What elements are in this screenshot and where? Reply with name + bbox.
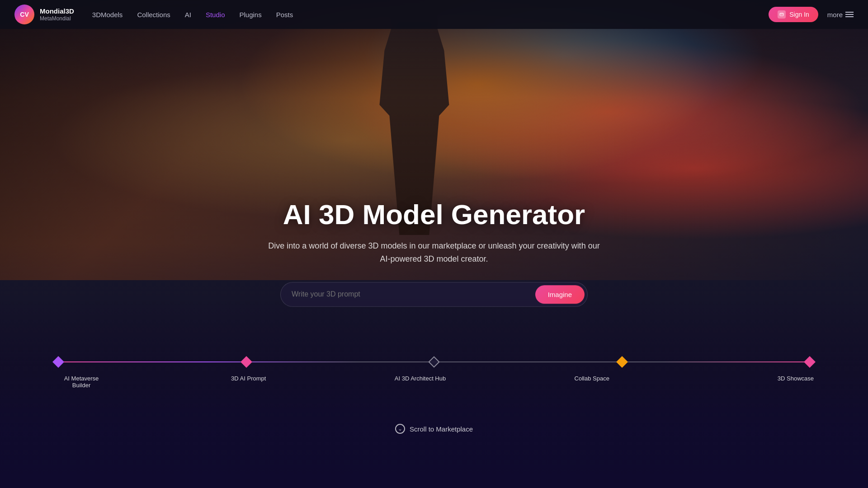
timeline-node-3[interactable] (618, 358, 626, 366)
timeline-label-4: 3D Showcase (760, 375, 814, 389)
imagine-button[interactable]: Imagine (535, 285, 585, 304)
signin-label: Sign In (789, 11, 809, 18)
signin-button[interactable]: Sign In (769, 7, 818, 22)
nav-right: Sign In more (769, 7, 854, 22)
brand-title: Mondial3D (40, 7, 74, 15)
timeline-label-2: AI 3D Architect Hub (389, 375, 452, 389)
nav-link-studio[interactable]: Studio (206, 11, 225, 19)
timeline-section: AI Metaverse Builder 3D AI Prompt AI 3D … (0, 358, 868, 389)
signin-icon (778, 10, 786, 19)
navbar: CV Mondial3D MetaMondial 3DModels Collec… (0, 0, 868, 29)
node-dot-1 (241, 356, 252, 367)
node-dot-4 (804, 356, 815, 367)
timeline-label-3: Collab Space (560, 375, 623, 389)
hero-subtitle: Dive into a world of diverse 3D models i… (264, 240, 604, 266)
timeline-label-1: 3D AI Prompt (217, 375, 280, 389)
more-button[interactable]: more (827, 11, 854, 19)
prompt-input[interactable] (292, 291, 535, 299)
nav-links: 3DModels Collections AI Studio Plugins P… (92, 11, 769, 19)
svg-rect-0 (780, 13, 783, 16)
node-dot-0 (52, 356, 64, 367)
scroll-label: Scroll to Marketplace (410, 425, 473, 433)
hamburger-icon (845, 12, 854, 17)
node-dot-2 (428, 356, 439, 367)
hero-content: AI 3D Model Generator Dive into a world … (231, 198, 637, 307)
chevron-down-icon: ⌄ (395, 424, 405, 434)
logo-text-group: Mondial3D MetaMondial (40, 7, 74, 22)
timeline-node-2[interactable] (430, 358, 438, 366)
scroll-cta[interactable]: ⌄ Scroll to Marketplace (395, 424, 473, 434)
nav-link-collections[interactable]: Collections (137, 11, 170, 19)
timeline-label-0: AI Metaverse Builder (54, 375, 108, 389)
timeline-track (54, 358, 814, 366)
logo-icon: CV (14, 5, 34, 24)
nav-link-posts[interactable]: Posts (276, 11, 293, 19)
hero-title: AI 3D Model Generator (231, 198, 637, 230)
timeline-node-1[interactable] (242, 358, 250, 366)
timeline-node-0[interactable] (54, 358, 62, 366)
timeline-node-4[interactable] (806, 358, 814, 366)
bottom-fade (0, 298, 868, 488)
brand-subtitle: MetaMondial (40, 15, 74, 22)
nav-link-ai[interactable]: AI (185, 11, 191, 19)
nav-link-3dmodels[interactable]: 3DModels (92, 11, 123, 19)
logo-link[interactable]: CV Mondial3D MetaMondial (14, 5, 74, 24)
timeline-labels: AI Metaverse Builder 3D AI Prompt AI 3D … (54, 375, 814, 389)
more-label: more (827, 11, 843, 19)
prompt-container: Imagine (280, 282, 588, 307)
node-dot-3 (616, 356, 627, 367)
nav-link-plugins[interactable]: Plugins (239, 11, 261, 19)
hero-section: AI 3D Model Generator Dive into a world … (0, 0, 868, 488)
